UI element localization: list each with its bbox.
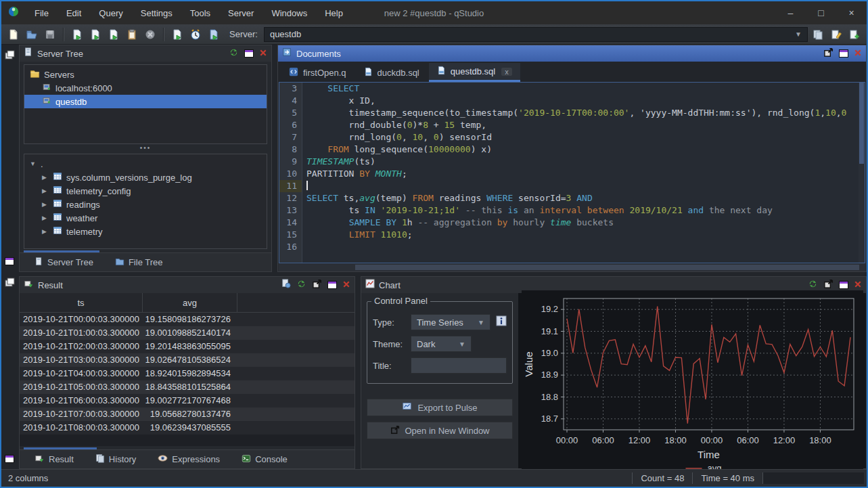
run-selection-icon[interactable] [106, 26, 122, 43]
tree-item-table[interactable]: ▶telemetry [24, 225, 267, 238]
code-line[interactable]: SAMPLE BY 1h -- aggregation by hourly ti… [302, 217, 865, 229]
tree-item-table[interactable]: ▶sys.column_versions_purge_log [24, 171, 267, 184]
tab-duckdb-sql[interactable]: duckdb.sql [356, 63, 428, 82]
cell-ts[interactable]: 2019-10-21T08:00:03.300000 [20, 421, 143, 435]
cell-avg[interactable]: 19.05682780137476 [143, 407, 237, 421]
chevron-collapsed-icon[interactable]: ▶ [42, 201, 49, 208]
menu-file[interactable]: File [27, 5, 56, 21]
table-row[interactable]: 2019-10-21T00:00:03.30000019.15809818627… [20, 313, 355, 326]
minimized-panel-icon[interactable] [5, 257, 14, 265]
info-icon[interactable] [496, 315, 507, 329]
table-row[interactable]: 2019-10-21T03:00:03.30000019.02647810538… [20, 353, 355, 367]
minimize-button[interactable]: – [775, 1, 806, 24]
cell-ts[interactable]: 2019-10-21T02:00:03.300000 [20, 340, 143, 353]
table-row[interactable]: 2019-10-21T06:00:03.30000019.00277217076… [20, 394, 355, 407]
cell-avg[interactable]: 19.201483863055095 [143, 340, 237, 353]
menu-tools[interactable]: Tools [183, 5, 218, 21]
chevron-down-icon[interactable]: ▼ [795, 30, 802, 38]
chart-type-select[interactable]: Time Series ▼ [411, 314, 490, 330]
code-line[interactable]: rnd_long(0, 10, 0) sensorId [302, 131, 865, 143]
refresh-icon[interactable] [296, 279, 306, 292]
tree-item-table[interactable]: ▶telemetry_config [24, 184, 267, 198]
restore-window-icon[interactable] [839, 281, 848, 289]
chevron-expanded-icon[interactable]: ▼ [30, 160, 37, 167]
tree-item-server-localhost[interactable]: localhost:6000 [24, 81, 267, 95]
schedule-clock-icon[interactable] [187, 26, 204, 43]
code-editor[interactable]: 345678910111213141516 SELECT x ID, times… [279, 82, 865, 263]
edit-server-icon[interactable] [828, 26, 844, 43]
close-panel-icon[interactable] [342, 279, 350, 291]
tree-item-table[interactable]: ▶readings [24, 198, 267, 211]
cell-ts[interactable]: 2019-10-21T06:00:03.300000 [20, 394, 143, 407]
chevron-collapsed-icon[interactable]: ▶ [42, 187, 49, 194]
close-panel-icon[interactable] [259, 47, 267, 60]
cell-ts[interactable]: 2019-10-21T00:00:03.300000 [20, 313, 143, 326]
chevron-collapsed-icon[interactable]: ▶ [42, 228, 49, 235]
cascade-windows-icon[interactable] [5, 50, 16, 64]
column-header-avg[interactable]: avg [143, 293, 237, 312]
column-header-ts[interactable]: ts [20, 293, 143, 312]
table-row[interactable]: 2019-10-21T08:00:03.30000019.06239437085… [20, 421, 355, 435]
open-in-new-window-button[interactable]: Open in New Window [367, 422, 513, 439]
run-query-icon[interactable] [69, 26, 85, 43]
tab-history[interactable]: History [87, 450, 144, 468]
run-script-icon[interactable] [169, 26, 185, 43]
code-line[interactable]: x ID, [302, 95, 865, 107]
cell-avg[interactable]: 18.924015982894534 [143, 367, 237, 380]
tab-result[interactable]: Result [26, 450, 82, 468]
editor-vscrollbar-thumb[interactable] [859, 83, 864, 164]
code-line[interactable]: rnd_double(0)*8 + 15 temp, [302, 119, 865, 131]
menu-help[interactable]: Help [317, 5, 350, 21]
maximize-button[interactable]: □ [806, 1, 836, 24]
menu-edit[interactable]: Edit [59, 5, 89, 21]
restore-window-icon[interactable] [244, 49, 254, 58]
cascade-windows-icon[interactable] [5, 278, 16, 291]
server-combobox[interactable]: questdb ▼ [264, 27, 808, 42]
run-line-icon[interactable] [87, 26, 104, 43]
theme-select[interactable]: Dark ▼ [411, 336, 472, 352]
tab-server-tree[interactable]: Server Tree [26, 253, 101, 271]
cell-ts[interactable]: 2019-10-21T04:00:03.300000 [20, 367, 143, 380]
code-line[interactable]: FROM long_sequence(10000000) x) [302, 143, 865, 156]
tab-expressions[interactable]: Expressions [150, 450, 228, 468]
cell-avg[interactable]: 19.026478105386524 [143, 353, 237, 367]
vertical-splitter[interactable] [272, 45, 277, 272]
close-button[interactable]: × [836, 1, 867, 24]
tab-questdb-sql[interactable]: questdb.sql x [429, 63, 520, 82]
tab-file-tree[interactable]: File Tree [107, 253, 171, 271]
restore-window-icon[interactable] [839, 49, 848, 58]
code-line[interactable]: SELECT ts,avg(temp) FROM readings WHERE … [302, 192, 865, 204]
menu-settings[interactable]: Settings [133, 5, 180, 21]
code-line[interactable]: ts IN '2019-10-21;1d' -- this is an inte… [302, 204, 865, 217]
table-row[interactable]: 2019-10-21T04:00:03.30000018.92401598289… [20, 367, 355, 380]
editor-hscrollbar[interactable] [279, 263, 865, 271]
chart-title-input[interactable] [411, 357, 507, 374]
vertical-splitter[interactable] [355, 276, 361, 469]
cell-avg[interactable]: 19.002772170767468 [143, 394, 237, 407]
chevron-collapsed-icon[interactable]: ▶ [42, 215, 49, 221]
open-in-new-window-icon[interactable] [312, 279, 322, 292]
code-line[interactable]: LIMIT 11010; [302, 229, 865, 241]
tab-console[interactable]: Console [233, 450, 296, 468]
close-panel-icon[interactable] [854, 279, 862, 291]
tree-item-servers-folder[interactable]: Servers [24, 68, 267, 81]
time-series-chart[interactable]: 18.718.818.919.019.119.200:0006:0012:001… [518, 293, 866, 468]
tree-item-db-root[interactable]: ▼ . [24, 157, 267, 171]
cell-avg[interactable]: 19.001098852140174 [143, 326, 237, 340]
chevron-collapsed-icon[interactable]: ▶ [42, 174, 49, 181]
table-row[interactable]: 2019-10-21T05:00:03.30000018.84358810152… [20, 380, 355, 394]
minimized-panel-icon[interactable] [5, 455, 14, 463]
open-in-new-window-icon[interactable] [823, 47, 833, 60]
new-document-icon[interactable] [5, 26, 22, 43]
open-file-icon[interactable] [24, 26, 40, 43]
tree-item-server-questdb[interactable]: questdb [24, 95, 267, 108]
menu-windows[interactable]: Windows [264, 5, 315, 21]
cell-ts[interactable]: 2019-10-21T01:00:03.300000 [20, 326, 143, 340]
cell-avg[interactable]: 19.158098186273726 [143, 313, 237, 326]
restore-window-icon[interactable] [327, 281, 337, 289]
refresh-icon[interactable] [229, 47, 239, 60]
code-line[interactable]: TIMESTAMP(ts) [302, 156, 865, 168]
code-line[interactable] [302, 241, 865, 253]
editor-hscrollbar-thumb[interactable] [355, 265, 860, 270]
cell-avg[interactable]: 18.843588101525864 [143, 380, 237, 394]
